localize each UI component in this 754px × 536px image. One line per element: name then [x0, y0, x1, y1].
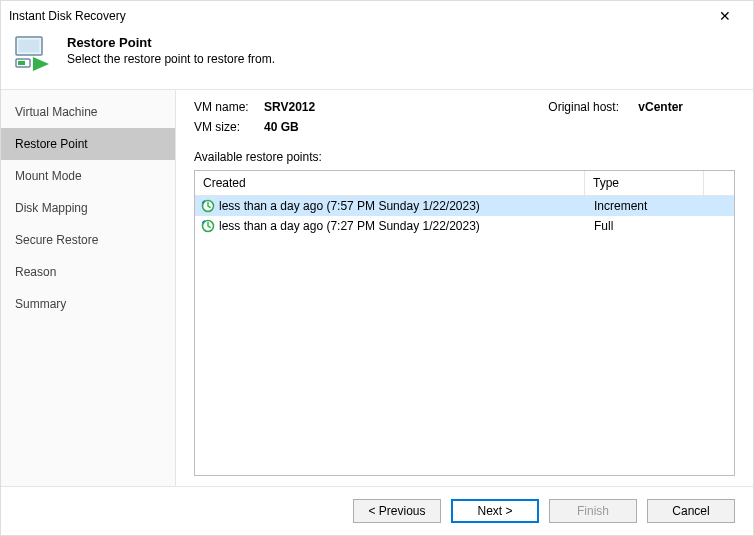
page-subtitle: Select the restore point to restore from…	[67, 52, 275, 66]
finish-button: Finish	[549, 499, 637, 523]
previous-button[interactable]: < Previous	[353, 499, 441, 523]
svg-rect-3	[18, 61, 25, 65]
cell-created-text: less than a day ago (7:27 PM Sunday 1/22…	[219, 216, 480, 236]
sidebar-item-label: Disk Mapping	[15, 201, 88, 215]
wizard-main: VM name: SRV2012 Original host: vCenter …	[176, 90, 753, 486]
cell-created: less than a day ago (7:57 PM Sunday 1/22…	[195, 196, 586, 216]
column-header-pad	[704, 171, 734, 195]
restore-points-caption: Available restore points:	[194, 150, 735, 164]
sidebar-item-label: Virtual Machine	[15, 105, 98, 119]
sidebar-item-label: Restore Point	[15, 137, 88, 151]
wizard-header-text: Restore Point Select the restore point t…	[67, 35, 275, 66]
sidebar-item-secure-restore[interactable]: Secure Restore	[1, 224, 175, 256]
svg-rect-1	[19, 40, 40, 53]
restore-points-list: Created Type	[194, 170, 735, 476]
column-header-type[interactable]: Type	[585, 171, 704, 195]
list-header: Created Type	[195, 171, 734, 196]
cell-type: Full	[586, 216, 704, 236]
close-icon[interactable]: ✕	[705, 1, 745, 31]
original-host-label: Original host:	[548, 100, 638, 114]
sidebar-item-summary[interactable]: Summary	[1, 288, 175, 320]
svg-marker-4	[33, 57, 49, 71]
wizard-steps-sidebar: Virtual Machine Restore Point Mount Mode…	[1, 90, 176, 486]
vm-name-row: VM name: SRV2012 Original host: vCenter	[194, 100, 735, 114]
cancel-button[interactable]: Cancel	[647, 499, 735, 523]
vm-size-label: VM size:	[194, 120, 264, 134]
sidebar-item-label: Mount Mode	[15, 169, 82, 183]
cell-type: Increment	[586, 196, 704, 216]
wizard-body: Virtual Machine Restore Point Mount Mode…	[1, 89, 753, 486]
vm-size-value: 40 GB	[264, 120, 299, 134]
wizard-header: Restore Point Select the restore point t…	[1, 31, 753, 89]
vm-name-value: SRV2012	[264, 100, 315, 114]
sidebar-item-label: Summary	[15, 297, 66, 311]
cell-created: less than a day ago (7:27 PM Sunday 1/22…	[195, 216, 586, 236]
vm-size-row: VM size: 40 GB	[194, 120, 735, 134]
list-row[interactable]: less than a day ago (7:27 PM Sunday 1/22…	[195, 216, 734, 236]
column-header-created[interactable]: Created	[195, 171, 585, 195]
sidebar-item-reason[interactable]: Reason	[1, 256, 175, 288]
list-rows: less than a day ago (7:57 PM Sunday 1/22…	[195, 196, 734, 475]
sidebar-item-mount-mode[interactable]: Mount Mode	[1, 160, 175, 192]
page-title: Restore Point	[67, 35, 275, 50]
original-host-value: vCenter	[638, 100, 683, 114]
sidebar-item-virtual-machine[interactable]: Virtual Machine	[1, 96, 175, 128]
wizard-window: Instant Disk Recovery ✕ Restore Point Se…	[0, 0, 754, 536]
titlebar: Instant Disk Recovery ✕	[1, 1, 753, 31]
restore-point-icon	[15, 35, 55, 75]
restore-point-row-icon	[201, 219, 215, 233]
sidebar-item-restore-point[interactable]: Restore Point	[1, 128, 175, 160]
wizard-footer: < Previous Next > Finish Cancel	[1, 486, 753, 535]
sidebar-item-label: Secure Restore	[15, 233, 98, 247]
sidebar-item-disk-mapping[interactable]: Disk Mapping	[1, 192, 175, 224]
vm-name-label: VM name:	[194, 100, 264, 114]
list-row[interactable]: less than a day ago (7:57 PM Sunday 1/22…	[195, 196, 734, 216]
sidebar-item-label: Reason	[15, 265, 56, 279]
restore-point-row-icon	[201, 199, 215, 213]
window-title: Instant Disk Recovery	[9, 9, 705, 23]
next-button[interactable]: Next >	[451, 499, 539, 523]
cell-created-text: less than a day ago (7:57 PM Sunday 1/22…	[219, 196, 480, 216]
